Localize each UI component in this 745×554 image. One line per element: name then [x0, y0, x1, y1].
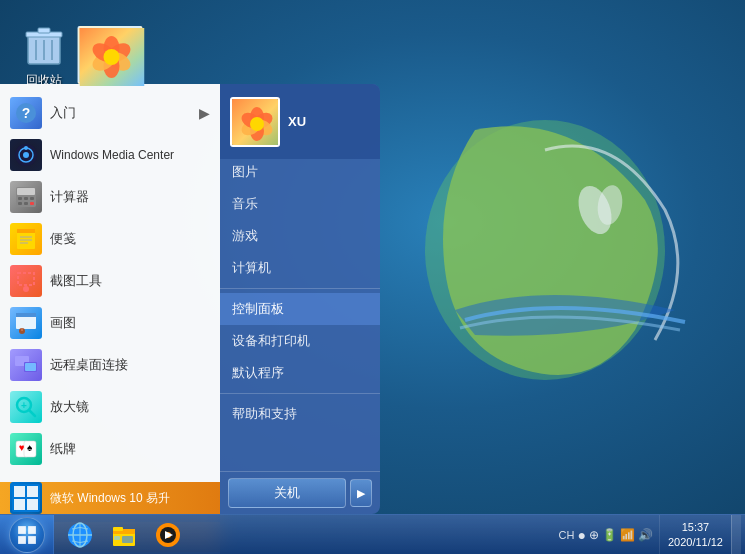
taskbar-ie[interactable]	[58, 515, 102, 555]
clock-time: 15:37	[682, 520, 710, 534]
svg-rect-41	[21, 328, 23, 331]
right-menu-games[interactable]: 游戏	[220, 220, 380, 252]
system-clock[interactable]: 15:37 2020/11/12	[659, 515, 731, 554]
menu-item-calc-label: 计算器	[50, 188, 89, 206]
desktop: 回收站	[0, 0, 745, 554]
show-desktop-button[interactable]	[731, 515, 741, 555]
svg-point-21	[23, 152, 29, 158]
svg-line-46	[29, 410, 35, 416]
svg-rect-79	[122, 536, 133, 543]
paint-icon	[10, 307, 42, 339]
calc-icon	[10, 181, 42, 213]
taskbar-explorer[interactable]	[102, 515, 146, 555]
media-player-icon	[154, 521, 182, 549]
start-menu-programs: ? 入门 ▶ Windows Media Center	[0, 84, 220, 474]
taskbar-right: CH ● ⊕ 🔋 📶 🔊 15:37 2020/11/12	[553, 515, 745, 554]
taskbar: CH ● ⊕ 🔋 📶 🔊 15:37 2020/11/12	[0, 514, 745, 554]
recycle-bin[interactable]: 回收站	[20, 20, 68, 89]
explorer-icon	[110, 521, 138, 549]
menu-item-solitaire[interactable]: ♥♠ 纸牌	[0, 428, 220, 470]
start-menu-left-panel: ? 入门 ▶ Windows Media Center	[0, 84, 220, 514]
svg-text:?: ?	[22, 105, 31, 121]
tray-icon-network: 📶	[620, 528, 635, 542]
svg-point-22	[24, 146, 28, 150]
magnify-icon: +	[10, 391, 42, 423]
tray-ch[interactable]: CH	[559, 529, 575, 541]
svg-rect-39	[16, 313, 36, 317]
right-menu-divider1	[220, 288, 380, 289]
menu-item-rumen[interactable]: ? 入门 ▶	[0, 92, 220, 134]
tray-icon-2: ⊕	[589, 528, 599, 542]
right-menu-help[interactable]: 帮助和支持	[220, 398, 380, 430]
right-menu-divider2	[220, 393, 380, 394]
menu-item-notepad[interactable]: 便笺	[0, 218, 220, 260]
svg-rect-24	[17, 188, 35, 195]
right-menu-default-programs[interactable]: 默认程序	[220, 357, 380, 389]
svg-rect-44	[25, 363, 36, 371]
start-button[interactable]	[0, 515, 54, 555]
user-name: XU	[288, 114, 306, 129]
svg-text:+: +	[21, 400, 27, 411]
svg-rect-32	[17, 229, 35, 233]
rumen-icon: ?	[10, 97, 42, 129]
menu-item-paint[interactable]: 画图	[0, 302, 220, 344]
start-orb	[9, 517, 45, 553]
win10-icon	[10, 482, 42, 514]
taskbar-media-player[interactable]	[146, 515, 190, 555]
rdp-icon	[10, 349, 42, 381]
menu-item-notepad-label: 便笺	[50, 230, 76, 248]
solitaire-icon: ♥♠	[10, 433, 42, 465]
svg-rect-69	[18, 536, 26, 544]
menu-item-solitaire-label: 纸牌	[50, 440, 76, 458]
wmc-icon	[10, 139, 42, 171]
menu-item-paint-label: 画图	[50, 314, 76, 332]
menu-item-magnify[interactable]: + 放大镜	[0, 386, 220, 428]
right-menu-devices[interactable]: 设备和打印机	[220, 325, 380, 357]
svg-rect-77	[113, 527, 123, 531]
snip-icon	[10, 265, 42, 297]
menu-item-magnify-label: 放大镜	[50, 398, 89, 416]
menu-item-rdp-label: 远程桌面连接	[50, 356, 128, 374]
svg-rect-55	[14, 499, 25, 510]
shutdown-button[interactable]: 关机	[228, 478, 346, 508]
menu-item-snip-label: 截图工具	[50, 272, 102, 290]
menu-item-wmc-label: Windows Media Center	[50, 148, 174, 162]
svg-text:♠: ♠	[27, 442, 33, 453]
svg-rect-78	[114, 536, 120, 540]
menu-item-calc[interactable]: 计算器	[0, 176, 220, 218]
right-menu-control-panel[interactable]: 控制面板	[220, 293, 380, 325]
svg-rect-53	[14, 486, 25, 497]
notepad-icon	[10, 223, 42, 255]
user-area: XU	[220, 84, 380, 159]
svg-rect-30	[30, 202, 34, 205]
right-menu-music[interactable]: 音乐	[220, 188, 380, 220]
svg-rect-29	[24, 202, 28, 205]
svg-rect-5	[38, 28, 50, 33]
desktop-wallpaper	[395, 50, 695, 390]
svg-rect-27	[30, 197, 34, 200]
menu-item-rdp[interactable]: 远程桌面连接	[0, 344, 220, 386]
menu-item-snip[interactable]: 截图工具	[0, 260, 220, 302]
shutdown-arrow-button[interactable]: ▶	[350, 479, 372, 507]
menu-item-win10-label: 微软 Windows 10 易升	[50, 490, 170, 507]
user-thumbnail	[78, 26, 143, 84]
menu-item-wmc[interactable]: Windows Media Center	[0, 134, 220, 176]
svg-point-66	[250, 117, 264, 131]
menu-item-win10[interactable]: 微软 Windows 10 易升	[0, 482, 220, 514]
tray-icon-volume[interactable]: 🔊	[638, 528, 653, 542]
user-avatar	[230, 97, 280, 147]
ie-icon	[66, 521, 94, 549]
windows-logo-icon	[17, 525, 37, 545]
menu-item-rumen-label: 入门	[50, 104, 76, 122]
svg-rect-68	[28, 526, 36, 534]
rumen-arrow: ▶	[199, 105, 210, 121]
start-menu: ? 入门 ▶ Windows Media Center	[0, 84, 390, 514]
svg-rect-26	[24, 197, 28, 200]
tray-icon-1: ●	[577, 527, 585, 543]
right-menu-computer[interactable]: 计算机	[220, 252, 380, 284]
shutdown-bar: 关机 ▶	[220, 471, 380, 514]
right-menu-pictures[interactable]: 图片	[220, 156, 380, 188]
start-menu-right-panel: XU 文档 图片 音乐 游戏 计算机 控制面板 设备和打印机 默认程序 帮助和支…	[220, 84, 380, 514]
svg-point-36	[23, 286, 29, 292]
tray-icon-3: 🔋	[602, 528, 617, 542]
